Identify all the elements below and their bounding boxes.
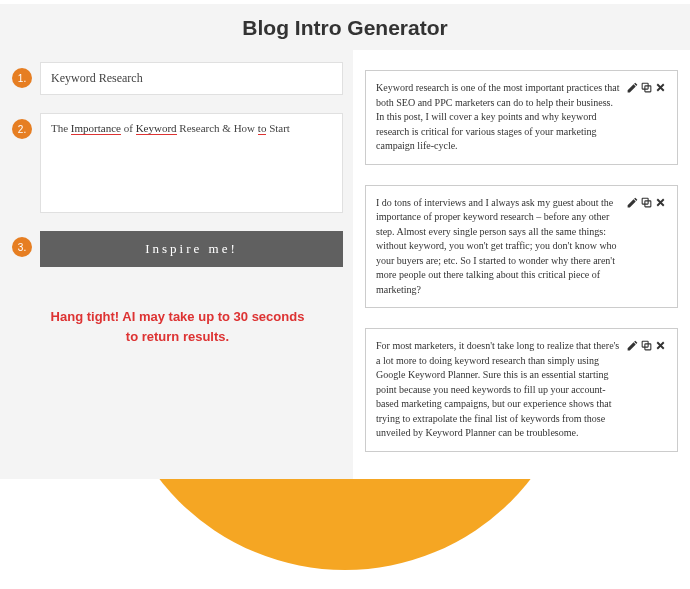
result-card: For most marketers, it doesn't take long… <box>365 328 678 452</box>
copy-icon[interactable] <box>640 81 653 94</box>
close-icon[interactable] <box>654 196 667 209</box>
keyword-field-wrap[interactable] <box>40 62 343 95</box>
edit-icon[interactable] <box>626 81 639 94</box>
edit-icon[interactable] <box>626 196 639 209</box>
result-card: I do tons of interviews and I always ask… <box>365 185 678 309</box>
copy-icon[interactable] <box>640 196 653 209</box>
close-icon[interactable] <box>654 81 667 94</box>
inspire-button[interactable]: Inspire me! <box>40 231 343 267</box>
keyword-input[interactable] <box>51 71 332 86</box>
result-card: Keyword research is one of the most impo… <box>365 70 678 165</box>
title-field-wrap[interactable]: The Importance of Keyword Research & How… <box>40 113 343 213</box>
step-badge-2: 2. <box>12 119 32 139</box>
result-text: I do tons of interviews and I always ask… <box>376 196 620 298</box>
result-actions <box>626 339 667 352</box>
input-column: 1. 2. The Importance of Keyword Research… <box>0 50 353 479</box>
page-title: Blog Intro Generator <box>0 4 690 50</box>
results-column: Keyword research is one of the most impo… <box>353 50 690 479</box>
edit-icon[interactable] <box>626 339 639 352</box>
title-input[interactable]: The Importance of Keyword Research & How… <box>51 122 332 134</box>
step-2: 2. The Importance of Keyword Research & … <box>12 113 343 213</box>
result-text: Keyword research is one of the most impo… <box>376 81 620 154</box>
wait-message: Hang tight! AI may take up to 30 seconds… <box>12 307 343 346</box>
columns: 1. 2. The Importance of Keyword Research… <box>0 50 690 479</box>
step-1: 1. <box>12 62 343 95</box>
step-badge-3: 3. <box>12 237 32 257</box>
result-actions <box>626 81 667 94</box>
step-3: 3. Inspire me! <box>12 231 343 267</box>
close-icon[interactable] <box>654 339 667 352</box>
copy-icon[interactable] <box>640 339 653 352</box>
result-actions <box>626 196 667 209</box>
result-text: For most marketers, it doesn't take long… <box>376 339 620 441</box>
step-badge-1: 1. <box>12 68 32 88</box>
app-panel: Blog Intro Generator 1. 2. The Importanc… <box>0 4 690 479</box>
